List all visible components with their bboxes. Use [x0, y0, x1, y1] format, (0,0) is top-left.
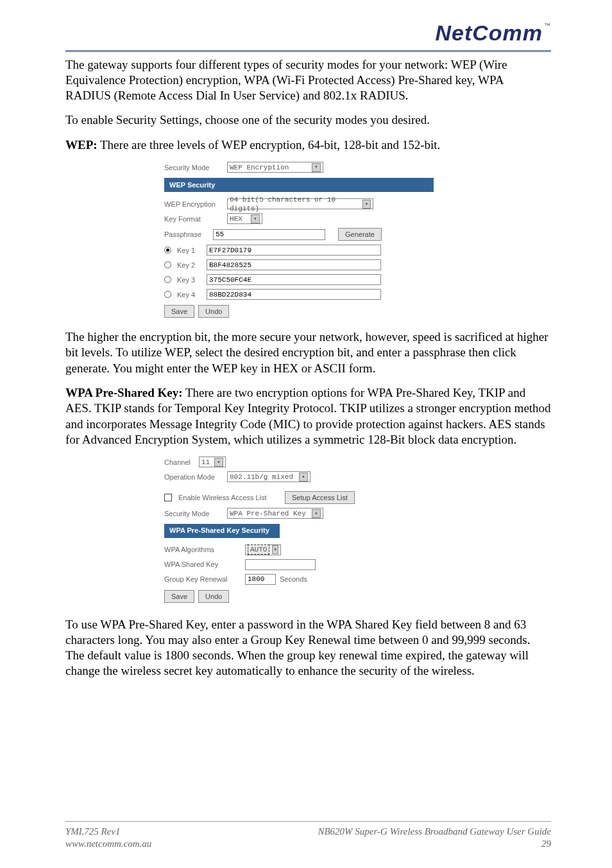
chevron-down-icon: ▾	[312, 163, 321, 172]
footer-page: 29	[318, 838, 551, 850]
wpa-config-panel: Channel 11 ▾ Operation Mode 802.11b/g mi…	[164, 456, 434, 602]
key-format-value: HEX	[230, 214, 242, 223]
key2-label: Key 2	[177, 261, 203, 270]
undo-button[interactable]: Undo	[198, 590, 229, 603]
chevron-down-icon: ▾	[214, 458, 223, 467]
wep-config-panel: Security Mode WEP Encryption ▾ WEP Secur…	[164, 162, 434, 318]
logo-text: NetComm ™	[435, 19, 551, 48]
wep-encryption-value: 64 bit(5 characters or 10 digits)	[230, 195, 360, 213]
key4-label: Key 4	[177, 290, 203, 299]
key1-input[interactable]	[207, 245, 381, 256]
chevron-down-icon: ▾	[299, 473, 308, 482]
key-format-select[interactable]: HEX ▾	[227, 213, 262, 224]
wpa-section-title: WPA Pre-Shared Key Security	[164, 524, 280, 537]
group-key-input[interactable]	[245, 574, 276, 585]
page-footer: YML725 Rev1 www.netcomm.com.au NB620W Su…	[65, 821, 551, 850]
passphrase-label: Passphrase	[164, 230, 209, 239]
footer-url: www.netcomm.com.au	[65, 838, 151, 850]
passphrase-input[interactable]	[213, 229, 325, 240]
channel-label: Channel	[164, 458, 195, 467]
logo-word: NetComm	[435, 19, 543, 48]
key3-input[interactable]	[207, 274, 381, 285]
enable-paragraph: To enable Security Settings, choose one …	[65, 112, 551, 128]
wpa-heading-line: WPA Pre-Shared Key: There are two encryp…	[65, 385, 551, 447]
wep-heading-rest: There are three levels of WEP encryption…	[98, 138, 441, 152]
wpa-heading: WPA Pre-Shared Key:	[65, 386, 183, 399]
enable-access-checkbox[interactable]	[164, 494, 172, 501]
op-mode-select[interactable]: 802.11b/g mixed ▾	[227, 471, 310, 482]
security-mode-select[interactable]: WEP Encryption ▾	[227, 162, 323, 173]
group-key-label: Group Key Renewal	[164, 575, 241, 584]
security-mode-label: Security Mode	[164, 163, 223, 172]
logo-tm: ™	[544, 22, 551, 30]
header-logo: NetComm ™	[65, 19, 551, 48]
wpa-shared-key-label: WPA Shared Key	[164, 560, 241, 569]
key2-input[interactable]	[207, 259, 381, 270]
save-button[interactable]: Save	[164, 305, 194, 318]
chevron-down-icon: ▾	[272, 545, 278, 554]
key-format-label: Key Format	[164, 214, 223, 223]
key3-radio[interactable]	[164, 276, 171, 283]
wep-explain-paragraph: The higher the encryption bit, the more …	[65, 329, 551, 376]
wpa-algo-value: AUTO	[248, 544, 269, 555]
wpa-security-mode-label: Security Mode	[164, 509, 223, 518]
footer-right: NB620W Super-G Wireless Broadband Gatewa…	[318, 826, 551, 850]
wep-encryption-label: WEP Encryption	[164, 200, 223, 209]
footer-rev: YML725 Rev1	[65, 826, 151, 838]
intro-paragraph: The gateway supports four different type…	[65, 57, 551, 104]
key3-label: Key 3	[177, 275, 203, 284]
footer-left: YML725 Rev1 www.netcomm.com.au	[65, 826, 151, 850]
channel-select[interactable]: 11 ▾	[199, 456, 226, 467]
wpa-security-mode-value: WPA Pre-Shared Key	[230, 509, 306, 518]
wep-heading: WEP:	[65, 138, 98, 152]
chevron-down-icon: ▾	[312, 509, 321, 518]
seconds-label: Seconds	[280, 575, 307, 584]
save-button[interactable]: Save	[164, 590, 194, 603]
wep-encryption-select[interactable]: 64 bit(5 characters or 10 digits) ▾	[227, 198, 373, 209]
header-rule	[65, 50, 551, 52]
key4-radio[interactable]	[164, 291, 171, 298]
wpa-explain-paragraph: To use WPA Pre-Shared Key, enter a passw…	[65, 617, 551, 679]
security-mode-value: WEP Encryption	[230, 163, 289, 172]
footer-guide: NB620W Super-G Wireless Broadband Gatewa…	[318, 826, 551, 838]
setup-access-list-button[interactable]: Setup Access List	[285, 491, 355, 504]
wpa-algo-label: WPA Algorithms	[164, 545, 241, 554]
chevron-down-icon: ▾	[362, 200, 371, 209]
wpa-algo-select[interactable]: AUTO ▾	[245, 544, 281, 555]
chevron-down-icon: ▾	[251, 214, 260, 223]
wep-heading-line: WEP: There are three levels of WEP encry…	[65, 137, 551, 153]
wpa-security-mode-select[interactable]: WPA Pre-Shared Key ▾	[227, 508, 323, 519]
wep-section-title: WEP Security	[164, 178, 434, 192]
enable-access-label: Enable Wireless Access List	[178, 493, 281, 502]
key2-radio[interactable]	[164, 261, 171, 268]
undo-button[interactable]: Undo	[198, 305, 229, 318]
op-mode-value: 802.11b/g mixed	[230, 473, 293, 482]
channel-value: 11	[201, 458, 210, 467]
key1-radio[interactable]	[164, 247, 171, 254]
op-mode-label: Operation Mode	[164, 473, 223, 482]
generate-button[interactable]: Generate	[338, 228, 382, 241]
key4-input[interactable]	[207, 289, 381, 300]
key1-label: Key 1	[177, 246, 203, 255]
wpa-shared-key-input[interactable]	[245, 559, 316, 570]
